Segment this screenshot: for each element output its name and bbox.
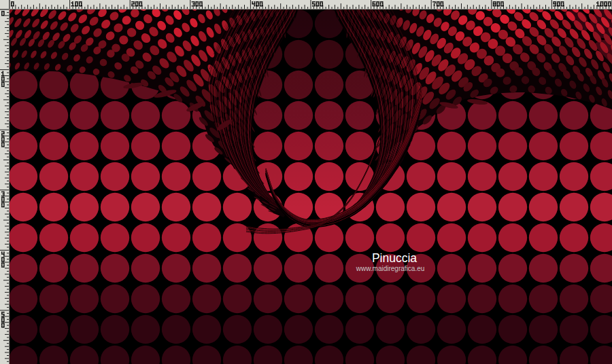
svg-text:www.maidiregrafica.eu: www.maidiregrafica.eu <box>356 265 425 272</box>
svg-text:Pinuccia: Pinuccia <box>372 251 417 265</box>
